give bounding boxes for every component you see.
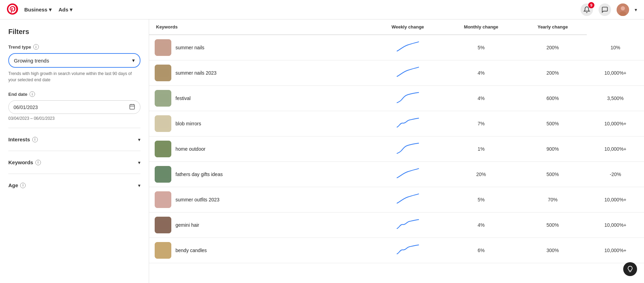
message-button[interactable] <box>599 3 611 16</box>
keyword-thumb-8 <box>155 242 171 259</box>
monthly-change-8: 300% <box>518 238 587 263</box>
col-keywords: Keywords <box>149 19 372 35</box>
trend-type-label: Trend type i <box>8 44 140 50</box>
monthly-change-7: 500% <box>518 213 587 238</box>
lightbulb-button[interactable] <box>623 262 637 276</box>
keyword-thumb-5 <box>155 166 171 183</box>
sparkline-cell-1 <box>372 60 444 86</box>
keyword-cell-3: blob mirrors <box>149 111 372 136</box>
monthly-change-2: 600% <box>518 86 587 111</box>
end-date-label: End date i <box>8 91 140 97</box>
keyword-cell-8: bendy candles <box>149 238 372 263</box>
keyword-name-5: fathers day gifts ideas <box>175 172 223 177</box>
weekly-change-3: 7% <box>444 111 518 136</box>
sidebar-title: Filters <box>8 28 140 36</box>
keyword-cell-5: fathers day gifts ideas <box>149 162 372 187</box>
keywords-info-icon[interactable]: i <box>35 160 41 165</box>
notification-button[interactable]: 9 <box>581 3 593 16</box>
keyword-name-6: summer outfits 2023 <box>175 197 220 202</box>
yearly-change-3: 10,000%+ <box>587 111 644 136</box>
yearly-change-0: 10% <box>587 35 644 60</box>
trend-type-info-icon[interactable]: i <box>33 44 39 50</box>
table-row[interactable]: summer nails 2023 4% 200% 10,000%+ <box>149 60 644 86</box>
keyword-thumb-1 <box>155 65 171 81</box>
table-row[interactable]: gemini hair 4% 500% 10,000%+ <box>149 213 644 238</box>
ads-chevron-icon: ▾ <box>70 7 72 13</box>
divider-3 <box>8 174 140 174</box>
trends-table: Keywords Weekly change Monthly change Ye… <box>149 19 644 263</box>
divider-2 <box>8 151 140 151</box>
keywords-section[interactable]: Keywords i ▾ <box>8 158 140 167</box>
monthly-change-0: 200% <box>518 35 587 60</box>
sparkline-cell-8 <box>372 238 444 263</box>
keywords-label: Keywords i <box>8 159 41 165</box>
keyword-name-1: summer nails 2023 <box>175 70 216 76</box>
keyword-name-2: festival <box>175 95 191 101</box>
pinterest-logo[interactable] <box>7 3 18 16</box>
table-row[interactable]: bendy candles 6% 300% 10,000%+ <box>149 238 644 263</box>
content-area: Keywords Weekly change Monthly change Ye… <box>149 19 644 283</box>
interests-section[interactable]: Interests i ▾ <box>8 135 140 144</box>
svg-rect-4 <box>130 105 135 109</box>
svg-point-2 <box>621 6 625 10</box>
sparkline-cell-0 <box>372 35 444 60</box>
keyword-thumb-2 <box>155 90 171 107</box>
sidebar: Filters Trend type i Growing trends ▾ Tr… <box>0 19 149 283</box>
sparkline-cell-4 <box>372 136 444 162</box>
keyword-cell-6: summer outfits 2023 <box>149 187 372 213</box>
trend-type-section: Trend type i Growing trends ▾ Trends wit… <box>8 44 140 83</box>
age-info-icon[interactable]: i <box>20 183 26 188</box>
keyword-thumb-6 <box>155 191 171 208</box>
svg-rect-13 <box>157 94 169 102</box>
ads-label: Ads <box>59 7 68 13</box>
table-row[interactable]: festival 4% 600% 3,500% <box>149 86 644 111</box>
yearly-change-2: 3,500% <box>587 86 644 111</box>
account-chevron-icon[interactable]: ▾ <box>635 7 637 13</box>
date-value: 06/01/2023 <box>14 105 38 110</box>
keyword-name-4: home outdoor <box>175 146 205 152</box>
monthly-change-6: 70% <box>518 187 587 213</box>
weekly-change-5: 20% <box>444 162 518 187</box>
keyword-name-8: bendy candles <box>175 248 207 253</box>
monthly-change-4: 900% <box>518 136 587 162</box>
weekly-change-0: 5% <box>444 35 518 60</box>
divider-1 <box>8 128 140 128</box>
trend-type-chevron-icon: ▾ <box>132 57 135 64</box>
trend-type-dropdown[interactable]: Growing trends ▾ <box>8 53 140 68</box>
keyword-cell-0: summer nails <box>149 35 372 60</box>
keyword-thumb-4 <box>155 141 171 157</box>
yearly-change-5: -20% <box>587 162 644 187</box>
table-row[interactable]: summer outfits 2023 5% 70% 10,000%+ <box>149 187 644 213</box>
table-row[interactable]: blob mirrors 7% 500% 10,000%+ <box>149 111 644 136</box>
keyword-thumb-3 <box>155 115 171 132</box>
monthly-change-1: 200% <box>518 60 587 86</box>
table-row[interactable]: summer nails 5% 200% 10% <box>149 35 644 60</box>
svg-rect-17 <box>157 145 169 153</box>
svg-rect-19 <box>157 170 169 178</box>
calendar-icon <box>129 103 135 111</box>
end-date-info-icon[interactable]: i <box>29 91 35 97</box>
user-avatar[interactable] <box>617 3 629 16</box>
trend-type-hint: Trends with high growth in search volume… <box>8 70 140 83</box>
sparkline-cell-6 <box>372 187 444 213</box>
age-label: Age i <box>8 182 26 188</box>
keywords-chevron-icon: ▾ <box>138 160 140 165</box>
notification-badge: 9 <box>588 2 594 8</box>
business-nav[interactable]: Business ▾ <box>21 5 55 15</box>
weekly-change-4: 1% <box>444 136 518 162</box>
keyword-name-0: summer nails <box>175 45 204 50</box>
date-input[interactable]: 06/01/2023 <box>8 100 140 114</box>
interests-info-icon[interactable]: i <box>32 137 38 142</box>
ads-nav[interactable]: Ads ▾ <box>55 5 76 15</box>
sparkline-cell-5 <box>372 162 444 187</box>
sparkline-cell-2 <box>372 86 444 111</box>
keyword-name-7: gemini hair <box>175 222 199 228</box>
age-section[interactable]: Age i ▾ <box>8 181 140 190</box>
yearly-change-4: 10,000%+ <box>587 136 644 162</box>
keyword-cell-4: home outdoor <box>149 136 372 162</box>
table-row[interactable]: home outdoor 1% 900% 10,000%+ <box>149 136 644 162</box>
table-header: Keywords Weekly change Monthly change Ye… <box>149 19 644 35</box>
svg-rect-23 <box>157 221 169 229</box>
table-row[interactable]: fathers day gifts ideas 20% 500% -20% <box>149 162 644 187</box>
svg-rect-25 <box>157 246 169 255</box>
